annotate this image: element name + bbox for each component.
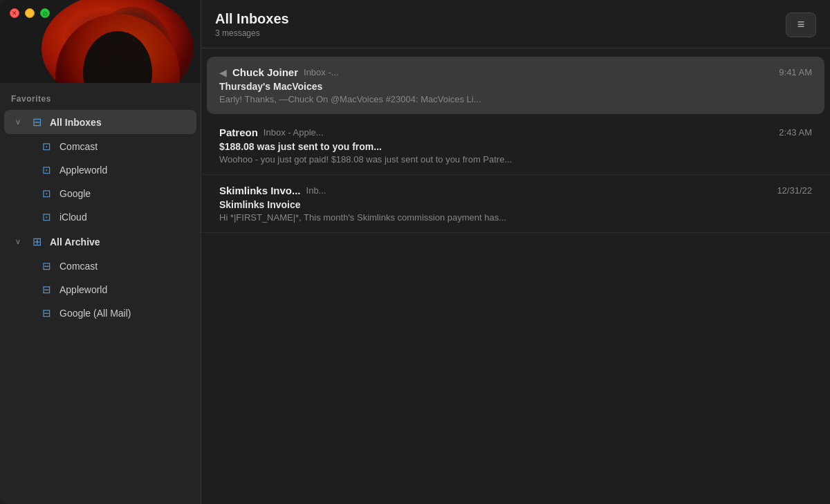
- maximize-button[interactable]: ⊘: [40, 8, 50, 18]
- archive-icon: ⊞: [30, 235, 43, 248]
- sidebar-sub-label: iCloud: [59, 212, 87, 223]
- panel-title: All Inboxes: [215, 11, 289, 27]
- email-header-row: Patreon Inbox - Apple... 2:43 AM: [219, 127, 812, 138]
- email-header-row: ◀ Chuck Joiner Inbox -... 9:41 AM: [219, 66, 812, 78]
- email-sender-group: ◀ Chuck Joiner Inbox -...: [219, 66, 773, 78]
- panel-title-group: All Inboxes 3 messages: [215, 11, 289, 38]
- sidebar: ✕ ⊘ Favorites ∨ ⊟ All Inboxes: [0, 0, 201, 504]
- email-subject: Thursday's MacVoices: [219, 81, 812, 92]
- panel-header: All Inboxes 3 messages ≡: [201, 0, 830, 48]
- archive-sub-icon: ⊟: [40, 260, 53, 272]
- email-sender: Skimlinks Invo...: [219, 185, 301, 196]
- email-subject: $188.08 was just sent to you from...: [219, 141, 812, 152]
- email-time: 9:41 AM: [779, 67, 812, 77]
- email-item[interactable]: Patreon Inbox - Apple... 2:43 AM $188.08…: [201, 117, 830, 175]
- email-preview: Early! Thanks, —Chuck On @MacVoices #230…: [219, 94, 812, 104]
- main-content: ✕ ⊘ Favorites ∨ ⊟ All Inboxes: [0, 0, 830, 504]
- email-sender-group: Skimlinks Invo... Inb...: [219, 185, 771, 196]
- email-header-row: Skimlinks Invo... Inb... 12/31/22: [219, 185, 812, 196]
- email-list: ◀ Chuck Joiner Inbox -... 9:41 AM Thursd…: [201, 48, 830, 504]
- email-item[interactable]: Skimlinks Invo... Inb... 12/31/22 Skimli…: [201, 175, 830, 233]
- email-sender-group: Patreon Inbox - Apple...: [219, 127, 773, 138]
- filter-button[interactable]: ≡: [786, 12, 816, 37]
- inbox-sub-icon: ⊡: [40, 140, 53, 153]
- reply-arrow-icon: ◀: [219, 67, 227, 78]
- sidebar-item-archive-comcast[interactable]: ⊟ Comcast: [4, 255, 196, 277]
- chevron-down-icon: ∨: [15, 118, 24, 127]
- sidebar-sub-label: Comcast: [59, 141, 98, 152]
- email-mailbox: Inb...: [306, 185, 772, 196]
- email-time: 12/31/22: [777, 185, 812, 196]
- window-header: ✕ ⊘: [0, 0, 201, 83]
- email-panel: All Inboxes 3 messages ≡ ◀ Chuck Joiner …: [201, 0, 830, 504]
- sidebar-item-appleworld[interactable]: ⊡ Appleworld: [4, 159, 196, 181]
- email-subject: Skimlinks Invoice: [219, 199, 812, 210]
- mail-window: ✕ ⊘ Favorites ∨ ⊟ All Inboxes: [0, 0, 830, 504]
- email-preview: Woohoo - you just got paid! $188.08 was …: [219, 154, 812, 165]
- email-preview: Hi *|FIRST_NAME|*, This month's Skimlink…: [219, 212, 812, 223]
- archive-sub-icon: ⊟: [40, 307, 53, 319]
- sidebar-item-icloud[interactable]: ⊡ iCloud: [4, 206, 196, 228]
- sidebar-sub-label: Appleworld: [59, 165, 107, 176]
- minimize-button[interactable]: [25, 8, 35, 18]
- sidebar-item-archive-google[interactable]: ⊟ Google (All Mail): [4, 302, 196, 324]
- email-mailbox: Inbox - Apple...: [264, 127, 773, 138]
- panel-subtitle: 3 messages: [215, 28, 289, 38]
- sidebar-sub-label: Appleworld: [59, 284, 107, 295]
- sidebar-item-all-archive[interactable]: ∨ ⊞ All Archive: [4, 230, 196, 254]
- favorites-label: Favorites: [0, 83, 201, 109]
- sidebar-item-archive-appleworld[interactable]: ⊟ Appleworld: [4, 279, 196, 301]
- sidebar-sub-label: Comcast: [59, 261, 98, 272]
- sidebar-item-all-inboxes[interactable]: ∨ ⊟ All Inboxes: [4, 110, 196, 134]
- sidebar-item-label: All Inboxes: [50, 117, 188, 128]
- email-item[interactable]: ◀ Chuck Joiner Inbox -... 9:41 AM Thursd…: [207, 57, 824, 114]
- inbox-sub-icon: ⊡: [40, 187, 53, 200]
- inbox-sub-icon: ⊡: [40, 164, 53, 176]
- archive-sub-icon: ⊟: [40, 283, 53, 296]
- filter-icon: ≡: [797, 17, 805, 32]
- maximize-icon: ⊘: [42, 10, 48, 17]
- sidebar-item-google[interactable]: ⊡ Google: [4, 183, 196, 205]
- inbox-icon: ⊟: [30, 115, 43, 129]
- sidebar-sub-label: Google (All Mail): [59, 308, 131, 319]
- close-button[interactable]: ✕: [10, 8, 19, 18]
- email-sender: Patreon: [219, 127, 258, 138]
- inbox-sub-icon: ⊡: [40, 211, 53, 223]
- sidebar-sub-label: Google: [59, 188, 91, 199]
- sidebar-item-comcast[interactable]: ⊡ Comcast: [4, 136, 196, 158]
- email-sender: Chuck Joiner: [232, 66, 298, 78]
- email-mailbox: Inbox -...: [304, 67, 773, 77]
- sidebar-item-label: All Archive: [50, 236, 188, 248]
- email-time: 2:43 AM: [779, 127, 812, 138]
- close-icon: ✕: [12, 10, 17, 17]
- chevron-down-icon: ∨: [15, 237, 24, 246]
